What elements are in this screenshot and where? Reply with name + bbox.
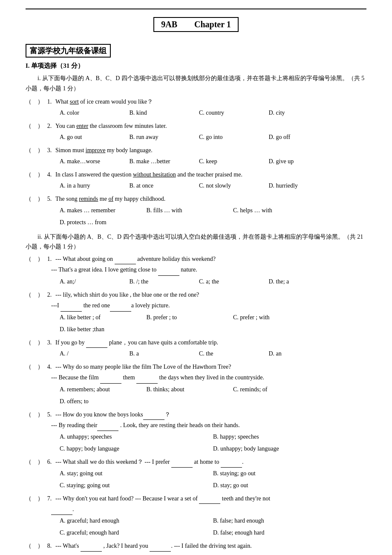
- q-ii-2: （ ） 2. --- lily, which shirt do you like…: [26, 289, 366, 335]
- q-i-3-line: （ ） 3. Simon must improve my body langua…: [26, 145, 366, 156]
- opt-c: C. graceful; enough hard: [60, 527, 213, 539]
- q-ii-8-line: （ ） 8. --- What's , Jack? I heard you . …: [26, 541, 366, 551]
- opt-a: A. matter; speak: [60, 552, 145, 555]
- q-ii-3-num: 3.: [43, 337, 55, 348]
- opt-a: A. /: [60, 348, 128, 360]
- opt-a: A. in a hurry: [60, 180, 128, 192]
- q-i-2-line: （ ） 2. You can enter the classroom few m…: [26, 121, 366, 131]
- opt-b: B. false; hard enough: [213, 515, 366, 527]
- q-ii-5-options: A. unhappy; speeches B. happy; speeches …: [26, 431, 366, 455]
- q-ii-7-line: （ ） 7. --- Why don't you eat hard food? …: [26, 493, 366, 504]
- q-ii-5-text: --- How do you know the boys looks？: [55, 409, 366, 420]
- q-ii-8-text: --- What's , Jack? I heard you . --- I f…: [55, 541, 366, 551]
- opt-d: D. city: [269, 107, 337, 119]
- q-i-1-text: What sort of ice cream would you like？: [55, 96, 366, 107]
- q-ii-1-paren: （ ）: [26, 254, 43, 264]
- q-ii-3-options: A. / B. a C. the D. an: [26, 348, 366, 360]
- opt-c: C. trouble; shout: [233, 552, 318, 555]
- section-i-title: I. 单项选择（31 分）: [26, 62, 366, 70]
- q-ii-2-text: --- lily, which shirt do you like , the …: [55, 289, 366, 300]
- q-i-2-text: You can enter the classroom few minutes …: [55, 121, 366, 131]
- q-ii-4-line: （ ） 4. --- Why do so many people like th…: [26, 361, 366, 372]
- q-ii-8-options: A. matter; speak B. wrong; laugh C. trou…: [26, 552, 366, 555]
- q-i-5-num: 5.: [43, 194, 55, 204]
- opt-a: A. color: [60, 107, 128, 119]
- q-i-4-num: 4.: [43, 169, 55, 180]
- q-ii-8-paren: （ ）: [26, 541, 43, 551]
- opt-a: A. go out: [60, 131, 128, 143]
- top-divider: [26, 9, 366, 9]
- q-ii-7-paren: （ ）: [26, 493, 43, 504]
- q-ii-8-num: 8.: [43, 541, 55, 551]
- q-i-1: （ ） 1. What sort of ice cream would you …: [26, 96, 366, 119]
- opt-a: A. an;/: [60, 276, 128, 288]
- opt-a: A. stay; going out: [60, 468, 213, 480]
- opt-d: D. stay; go out: [213, 480, 366, 491]
- q-i-3-options: A. make…worse B. make …better C. keep D.…: [26, 156, 366, 168]
- opt-c: C. happy; body language: [60, 443, 213, 455]
- opt-d: D. give up: [269, 156, 337, 168]
- opt-c: C. helps … with: [233, 205, 318, 217]
- q-i-4: （ ） 4. In class I answered the question …: [26, 169, 366, 192]
- opt-c: C. reminds; of: [233, 384, 318, 396]
- q-ii-1-line: （ ） 1. --- What about going on adventure…: [26, 254, 366, 264]
- opt-a: A. makes … remember: [60, 205, 145, 217]
- q-i-1-options: A. color B. kind C. country D. city: [26, 107, 366, 119]
- opt-b: B. run away: [130, 131, 198, 143]
- q-ii-2-answer: ---I the red onea lovely picture.: [26, 300, 366, 312]
- q-ii-4-answer: --- Because the film them the days when …: [26, 372, 366, 384]
- opt-b: B. /; the: [130, 276, 198, 288]
- part-i-instruction: i. 从下面每小题的 A、B、C、D 四个选项中选出可以替换划线部分的最佳选项，…: [26, 73, 366, 94]
- opt-c: C. not slowly: [199, 180, 267, 192]
- opt-c: C. a; the: [199, 276, 267, 288]
- q-ii-1: （ ） 1. --- What about going on adventure…: [26, 254, 366, 288]
- opt-c: C. country: [199, 107, 267, 119]
- opt-a: A. like better ; of: [60, 312, 145, 324]
- q-ii-7-num: 7.: [43, 493, 55, 504]
- q-ii-5: （ ） 5. --- How do you know the boys look…: [26, 409, 366, 455]
- opt-b: B. fills … with: [147, 205, 232, 217]
- opt-d: D. false; enough hard: [213, 527, 366, 539]
- opt-d: D. hurriedly: [269, 180, 337, 192]
- opt-b: B. thinks; about: [147, 384, 232, 396]
- opt-c: C. go into: [199, 131, 267, 143]
- q-ii-5-line: （ ） 5. --- How do you know the boys look…: [26, 409, 366, 420]
- q-ii-6-paren: （ ）: [26, 457, 43, 467]
- opt-a: A. make…worse: [60, 156, 128, 168]
- q-i-3-text: Simon must improve my body language.: [55, 145, 366, 156]
- opt-c: C. keep: [199, 156, 267, 168]
- q-i-2-paren: （ ）: [26, 121, 43, 131]
- q-ii-5-num: 5.: [43, 409, 55, 420]
- q-ii-5-paren: （ ）: [26, 409, 43, 420]
- q-i-5: （ ） 5. The song reminds me of my happy c…: [26, 194, 366, 228]
- school-title: 富源学校九年级备课组: [26, 44, 366, 62]
- q-ii-7-text: --- Why don't you eat hard food? --- Bec…: [55, 493, 366, 504]
- q-i-3-paren: （ ）: [26, 145, 43, 156]
- q-i-5-paren: （ ）: [26, 194, 43, 204]
- q-i-4-line: （ ） 4. In class I answered the question …: [26, 169, 366, 180]
- opt-b: B. prefer ; to: [147, 312, 232, 324]
- opt-c: C. staying; going out: [60, 480, 213, 491]
- q-ii-5-answer: --- By reading their . Look, they are re…: [26, 420, 366, 431]
- q-ii-2-paren: （ ）: [26, 289, 43, 300]
- q-i-5-options: A. makes … remember B. fills … with C. h…: [26, 205, 366, 228]
- q-i-4-text: In class I answered the question without…: [55, 169, 366, 180]
- q-ii-2-line: （ ） 2. --- lily, which shirt do you like…: [26, 289, 366, 300]
- chapter-title-wrap: 9AB Chapter 1: [26, 17, 366, 38]
- q-ii-1-answer: --- That's a great idea. I love getting …: [26, 264, 366, 276]
- q-ii-4-paren: （ ）: [26, 361, 43, 372]
- q-ii-2-num: 2.: [43, 289, 55, 300]
- part-ii-instruction: ii. 从下面每小题的 A、B、C、D 四个选项中选出可以填入空白处的最佳选项，…: [26, 232, 366, 252]
- opt-b: B. at once: [130, 180, 198, 192]
- q-ii-7-options: A. graceful; hard enough B. false; hard …: [26, 515, 366, 539]
- q-ii-1-num: 1.: [43, 254, 55, 264]
- q-ii-3: （ ） 3. If you go by plane，you can have q…: [26, 337, 366, 360]
- q-i-1-paren: （ ）: [26, 96, 43, 107]
- opt-d: D. protects … from: [60, 217, 145, 228]
- opt-b: B. staying; go out: [213, 468, 366, 480]
- opt-b: B. kind: [130, 107, 198, 119]
- opt-d: D. the; a: [269, 276, 337, 288]
- q-ii-6-options: A. stay; going out B. staying; go out C.…: [26, 468, 366, 491]
- q-ii-4-text: --- Why do so many people like the film …: [55, 361, 366, 372]
- opt-b: B. a: [130, 348, 198, 360]
